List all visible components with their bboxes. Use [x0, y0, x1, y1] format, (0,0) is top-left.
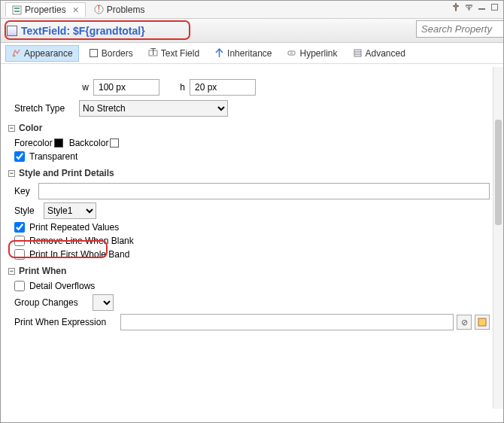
expr-clear-button[interactable]: ⊘	[457, 315, 472, 330]
problems-tab[interactable]: ! Problems	[87, 2, 152, 17]
view-menu-icon[interactable]	[465, 3, 473, 11]
textfield-icon	[7, 26, 17, 36]
tab-advanced-label: Advanced	[366, 48, 405, 59]
print-repeated-label: Print Repeated Values	[29, 222, 119, 233]
section-header-color: Color	[19, 123, 42, 133]
svg-rect-16	[478, 318, 486, 326]
borders-icon	[89, 48, 99, 58]
style-select[interactable]: Style1	[44, 202, 96, 219]
section-toggle-printwhen[interactable]: −	[8, 268, 15, 275]
svg-rect-13	[354, 50, 361, 56]
section-toggle-style[interactable]: −	[8, 170, 15, 177]
tab-inheritance-label: Inheritance	[227, 48, 272, 59]
pin-icon[interactable]	[452, 3, 460, 11]
key-input[interactable]	[38, 183, 490, 199]
section-header-style: Style and Print Details	[19, 168, 114, 178]
svg-rect-2	[14, 11, 20, 12]
expr-edit-button[interactable]	[475, 315, 490, 330]
height-label: h	[175, 82, 185, 93]
tab-text-field[interactable]: T Text Field	[143, 46, 205, 61]
maximize-icon[interactable]	[490, 3, 499, 11]
appearance-icon	[11, 48, 21, 58]
problems-tab-label: Problems	[107, 5, 145, 15]
section-toggle-color[interactable]: −	[8, 125, 15, 132]
transparent-checkbox[interactable]	[14, 151, 25, 162]
advanced-icon	[353, 48, 363, 58]
backcolor-swatch[interactable]	[110, 138, 119, 148]
properties-tab[interactable]: Properties ✕	[5, 2, 86, 17]
group-changes-label: Group Changes	[14, 297, 88, 308]
svg-rect-1	[14, 8, 20, 9]
svg-rect-6	[492, 5, 498, 11]
tab-close-icon[interactable]: ✕	[72, 5, 79, 15]
problems-icon: !	[94, 5, 104, 14]
forecolor-swatch[interactable]	[54, 138, 63, 148]
backcolor-label: Backcolor	[69, 138, 109, 148]
svg-rect-5	[478, 8, 485, 10]
tab-appearance[interactable]: Appearance	[5, 45, 79, 62]
tab-text-field-label: Text Field	[161, 48, 199, 59]
height-input[interactable]	[190, 79, 256, 96]
remove-blank-checkbox[interactable]	[14, 236, 25, 246]
stretch-select[interactable]: No Stretch	[79, 100, 228, 117]
search-input[interactable]: Search Property	[416, 20, 504, 38]
transparent-label: Transparent	[29, 151, 77, 162]
group-changes-select[interactable]	[93, 294, 114, 311]
print-repeated-checkbox[interactable]	[14, 222, 25, 233]
svg-text:T: T	[150, 48, 156, 57]
tab-inheritance[interactable]: Inheritance	[209, 46, 277, 61]
tab-hyperlink[interactable]: Hyperlink	[281, 46, 342, 61]
key-label: Key	[14, 186, 34, 196]
width-label: w	[78, 82, 89, 93]
text-field-icon: T	[148, 48, 158, 58]
style-label: Style	[14, 205, 39, 216]
print-when-expr-label: Print When Expression	[14, 317, 116, 327]
print-first-band-checkbox[interactable]	[14, 249, 25, 260]
svg-rect-8	[90, 50, 97, 57]
properties-tab-label: Properties	[25, 5, 66, 15]
print-when-expr-input[interactable]	[120, 314, 454, 330]
remove-blank-label: Remove Line When Blank	[29, 236, 134, 246]
hyperlink-icon	[287, 48, 296, 58]
scrollbar-track[interactable]	[493, 67, 503, 409]
svg-point-7	[14, 55, 16, 57]
scrollbar-thumb[interactable]	[495, 120, 502, 225]
forecolor-label: Forecolor	[14, 138, 53, 148]
tab-advanced[interactable]: Advanced	[348, 46, 411, 61]
minimize-icon[interactable]	[478, 3, 486, 11]
page-title: TextField: $F{grandtotal}	[21, 25, 145, 37]
svg-rect-0	[13, 6, 21, 14]
tab-borders-label: Borders	[102, 48, 133, 59]
width-input[interactable]	[93, 79, 159, 96]
section-header-printwhen: Print When	[19, 266, 66, 276]
detail-overflows-label: Detail Overflows	[29, 281, 95, 291]
stretch-label: Stretch Type	[14, 103, 74, 114]
svg-text:!: !	[98, 5, 100, 14]
inheritance-icon	[214, 48, 224, 58]
tab-borders[interactable]: Borders	[83, 46, 138, 61]
properties-icon	[12, 5, 22, 15]
print-first-band-label: Print In First Whole Band	[29, 249, 129, 260]
tab-appearance-label: Appearance	[24, 48, 73, 59]
detail-overflows-checkbox[interactable]	[14, 281, 25, 291]
tab-hyperlink-label: Hyperlink	[299, 48, 337, 59]
